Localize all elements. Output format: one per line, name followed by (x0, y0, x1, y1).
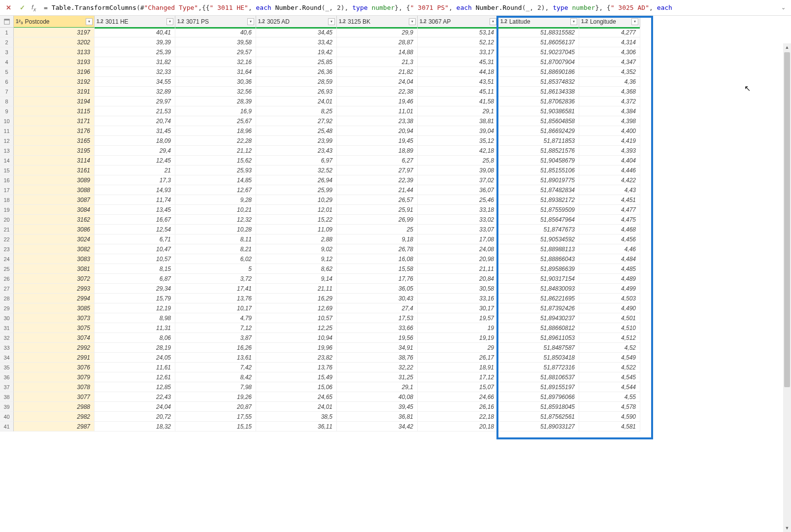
table-row[interactable]: 4319331,8232,1625,8521,345,3151,87007904… (0, 57, 791, 67)
table-row[interactable]: 36307912,618,4215,4931,2517,1251,8810653… (0, 372, 791, 382)
cell[interactable]: 4,484 (579, 254, 640, 264)
cell[interactable]: 51,90534592 (498, 234, 579, 244)
cell[interactable]: 10,57 (256, 313, 337, 323)
table-row[interactable]: 38307722,4319,2624,6540,0824,6651,897960… (0, 392, 791, 402)
cell[interactable]: 19,45 (337, 136, 418, 146)
cell[interactable]: 51,87562561 (498, 412, 579, 422)
cell[interactable]: 19,42 (256, 47, 337, 57)
cell[interactable]: 29,4 (95, 146, 175, 156)
cell[interactable]: 36,11 (256, 422, 337, 432)
row-number[interactable]: 4 (0, 57, 14, 67)
table-row[interactable]: 23308210,478,219,0226,7824,0851,88988113… (0, 244, 791, 254)
column-header-longitude[interactable]: 1.2Longitude▾ (579, 16, 640, 28)
cell[interactable]: 33,18 (418, 205, 498, 215)
cell[interactable]: 21,53 (95, 106, 175, 116)
row-number[interactable]: 39 (0, 402, 14, 412)
cell[interactable]: 4,277 (579, 28, 640, 37)
cell[interactable]: 51,89033127 (498, 422, 579, 432)
cell[interactable]: 39,08 (418, 166, 498, 175)
cell[interactable]: 36,05 (337, 284, 418, 294)
cell[interactable]: 31,82 (95, 57, 175, 67)
row-number[interactable]: 27 (0, 284, 14, 294)
column-filter-icon[interactable]: ▾ (86, 18, 93, 25)
cell[interactable]: 38,81 (418, 116, 498, 126)
cell[interactable]: 2993 (14, 284, 95, 294)
cell[interactable]: 7,98 (175, 382, 256, 392)
cell[interactable]: 23,38 (337, 116, 418, 126)
cell[interactable]: 3162 (14, 215, 95, 225)
formula-input[interactable]: = Table.TransformColumns(#"Changed Type"… (41, 4, 774, 11)
table-row[interactable]: 33299228,1916,2619,9634,912951,84875874,… (0, 343, 791, 353)
cell[interactable]: 4,549 (579, 353, 640, 363)
cell[interactable]: 37,02 (418, 175, 498, 185)
table-row[interactable]: 2320239,3939,5833,4228,8752,1251,8605613… (0, 37, 791, 47)
cell[interactable]: 32,16 (175, 57, 256, 67)
row-number[interactable]: 20 (0, 215, 14, 225)
table-row[interactable]: 35307611,617,4213,7632,2218,9151,8772316… (0, 363, 791, 372)
cell[interactable]: 3133 (14, 47, 95, 57)
row-number[interactable]: 37 (0, 382, 14, 392)
cell[interactable]: 3197 (14, 28, 95, 37)
cell[interactable]: 29,34 (95, 284, 175, 294)
cell[interactable]: 9,12 (256, 254, 337, 264)
row-number[interactable]: 11 (0, 126, 14, 136)
table-row[interactable]: 41298718,3215,1536,1134,4220,1851,890331… (0, 422, 791, 432)
cell[interactable]: 3073 (14, 313, 95, 323)
cell[interactable]: 26,93 (256, 87, 337, 97)
cell[interactable]: 51,8772316 (498, 363, 579, 372)
cell[interactable]: 25,93 (175, 166, 256, 175)
cell[interactable]: 51,85918045 (498, 402, 579, 412)
cell[interactable]: 3196 (14, 67, 95, 77)
cell[interactable]: 51,88866043 (498, 254, 579, 264)
row-number[interactable]: 7 (0, 87, 14, 97)
cell[interactable]: 9,02 (256, 244, 337, 254)
cell[interactable]: 33,42 (256, 37, 337, 47)
cell[interactable]: 4,485 (579, 264, 640, 274)
cell[interactable]: 25,99 (256, 185, 337, 195)
cell[interactable]: 40,6 (175, 28, 256, 37)
table-row[interactable]: 2230246,718,112,889,1817,0851,905345924,… (0, 234, 791, 244)
table-row[interactable]: 18308711,749,2810,2926,5725,4651,8938217… (0, 195, 791, 205)
cell[interactable]: 19,19 (418, 333, 498, 343)
cell[interactable]: 4,451 (579, 195, 640, 205)
cell[interactable]: 51,8747673 (498, 225, 579, 234)
cell[interactable]: 9,18 (337, 234, 418, 244)
cell[interactable]: 51,87482834 (498, 185, 579, 195)
cell[interactable]: 4,400 (579, 126, 640, 136)
cell[interactable]: 4,490 (579, 303, 640, 313)
cell[interactable]: 51,85155106 (498, 166, 579, 175)
cell[interactable]: 4,590 (579, 412, 640, 422)
cell[interactable]: 4,384 (579, 106, 640, 116)
cell[interactable]: 4,372 (579, 97, 640, 106)
cell[interactable]: 51,86221695 (498, 294, 579, 303)
cell[interactable]: 3087 (14, 195, 95, 205)
table-row[interactable]: 5319632,3331,6426,3621,8244,1851,8869018… (0, 67, 791, 77)
scroll-thumb[interactable] (784, 52, 790, 387)
table-row[interactable]: 20316216,6712,3215,2226,9933,0251,856479… (0, 215, 791, 225)
cell[interactable]: 12,54 (95, 225, 175, 234)
cell[interactable]: 23,43 (256, 146, 337, 156)
row-number[interactable]: 19 (0, 205, 14, 215)
cell[interactable]: 3176 (14, 126, 95, 136)
cell[interactable]: 36,07 (418, 185, 498, 195)
cell[interactable]: 2982 (14, 412, 95, 422)
cell[interactable]: 9,28 (175, 195, 256, 205)
cell[interactable]: 51,86134338 (498, 87, 579, 97)
cell[interactable]: 42,18 (418, 146, 498, 156)
cell[interactable]: 24,01 (256, 402, 337, 412)
cell[interactable]: 33,16 (418, 294, 498, 303)
row-number[interactable]: 25 (0, 264, 14, 274)
cell[interactable]: 51,8711853 (498, 136, 579, 146)
row-number[interactable]: 29 (0, 303, 14, 313)
table-row[interactable]: 31307511,317,1212,2533,661951,886608124,… (0, 323, 791, 333)
cell[interactable]: 4,477 (579, 205, 640, 215)
cell[interactable]: 29,9 (337, 28, 418, 37)
cell[interactable]: 12,25 (256, 323, 337, 333)
cell[interactable]: 3076 (14, 363, 95, 372)
row-number[interactable]: 12 (0, 136, 14, 146)
cell[interactable]: 4,55 (579, 392, 640, 402)
cell[interactable]: 11,01 (337, 106, 418, 116)
cell[interactable]: 4,52 (579, 343, 640, 353)
row-number[interactable]: 24 (0, 254, 14, 264)
cell[interactable]: 3089 (14, 175, 95, 185)
